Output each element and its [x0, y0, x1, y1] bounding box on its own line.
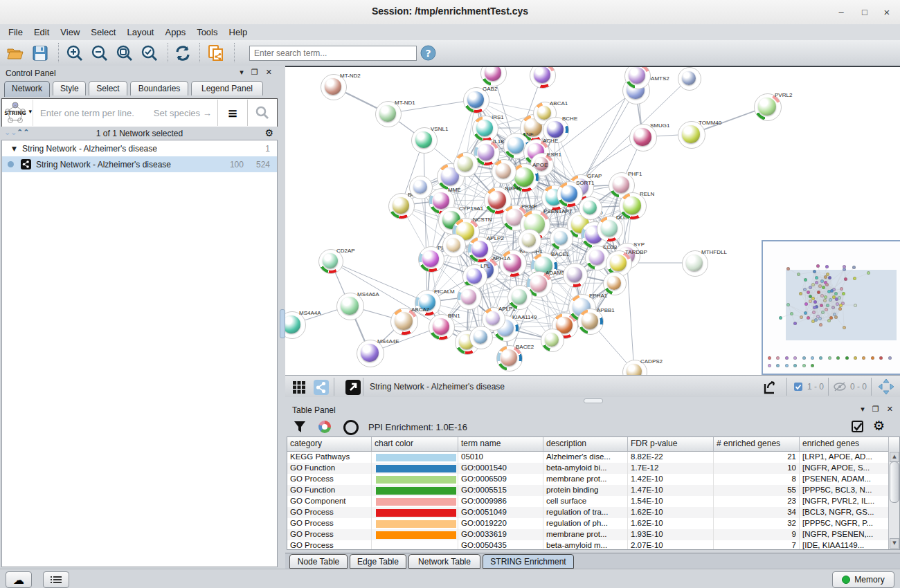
export-network-button[interactable] — [759, 376, 781, 398]
gear-icon[interactable]: ⚙ — [264, 127, 273, 138]
column-header-chart-color[interactable]: chart color — [372, 437, 458, 451]
network-node-cd2ap[interactable] — [323, 253, 338, 268]
query-options-button[interactable]: ≡ — [217, 100, 247, 126]
network-node-tnf[interactable] — [507, 137, 524, 154]
filter-icon[interactable] — [294, 421, 306, 433]
network-node[interactable] — [447, 238, 460, 252]
minimize-button[interactable]: – — [831, 6, 852, 19]
species-hint[interactable]: Set species → — [154, 108, 217, 118]
menu-tools[interactable]: Tools — [191, 24, 223, 39]
network-node-tomm40[interactable] — [682, 125, 700, 143]
panel-close-icon[interactable]: ✕ — [887, 405, 896, 414]
column-header--enriched-genes[interactable]: # enriched genes — [714, 437, 800, 451]
network-node[interactable] — [607, 276, 621, 290]
pan-compass-icon[interactable] — [878, 378, 894, 395]
network-node-mt-nd1[interactable] — [379, 105, 396, 122]
network-node[interactable] — [496, 163, 511, 178]
tab-network-table[interactable]: Network Table — [408, 554, 480, 569]
network-node[interactable] — [583, 201, 597, 214]
search-input[interactable] — [249, 46, 417, 61]
network-node-sort1[interactable] — [561, 185, 577, 202]
network-node[interactable] — [629, 67, 645, 84]
menu-edit[interactable]: Edit — [28, 24, 55, 39]
zoom-in-button[interactable] — [64, 42, 86, 64]
network-node-reln[interactable] — [623, 196, 641, 214]
network-node[interactable] — [534, 66, 550, 83]
table-row[interactable]: GO ComponentGO:0009986cell surface1.54E-… — [287, 496, 899, 507]
select-all-checkbox-icon[interactable] — [852, 421, 864, 433]
gear-icon[interactable]: ⚙ — [873, 418, 885, 433]
network-node[interactable] — [522, 233, 536, 247]
menu-help[interactable]: Help — [224, 24, 253, 39]
tab-node-table[interactable]: Node Table — [289, 554, 348, 569]
expander-icon[interactable]: ▼ — [12, 145, 17, 152]
tab-edge-table[interactable]: Edge Table — [350, 554, 406, 569]
network-node[interactable] — [512, 289, 527, 304]
enrichment-table[interactable]: categorychart colorterm namedescriptionF… — [287, 437, 900, 550]
column-header-category[interactable]: category — [287, 437, 372, 451]
tab-legend-panel[interactable]: Legend Panel — [191, 81, 263, 95]
save-session-button[interactable] — [29, 42, 51, 64]
network-node-abca1[interactable] — [537, 106, 551, 120]
maximize-button[interactable]: □ — [854, 6, 875, 19]
scroll-down-icon[interactable]: ▼ — [890, 538, 899, 549]
scroll-thumb[interactable] — [890, 461, 899, 503]
network-node-bace2[interactable] — [501, 349, 517, 366]
menu-layout[interactable]: Layout — [121, 24, 159, 39]
table-row[interactable]: GO FunctionGO:0005515protein binding1.47… — [287, 485, 899, 496]
table-scrollbar[interactable]: ▲ ▼ — [888, 451, 899, 549]
network-node-abca7[interactable] — [395, 312, 413, 330]
query-placeholder[interactable]: Enter one term per line. — [40, 108, 134, 118]
splitter-grip[interactable] — [584, 398, 603, 403]
panel-float-icon[interactable]: ❐ — [872, 405, 882, 414]
zoom-selected-button[interactable] — [138, 42, 161, 64]
network-navigator[interactable] — [762, 240, 900, 375]
network-node-smug1[interactable] — [633, 128, 651, 146]
scroll-up-icon[interactable]: ▲ — [890, 452, 899, 462]
column-header-FDR-p-value[interactable]: FDR p-value — [628, 437, 714, 451]
ring-icon[interactable] — [343, 420, 359, 435]
network-node[interactable] — [554, 231, 568, 245]
cloud-tasks-button[interactable]: ☁ — [6, 571, 32, 588]
network-node-pvrl2[interactable] — [758, 98, 776, 116]
menu-view[interactable]: View — [55, 24, 85, 39]
column-header-enriched-genes[interactable]: enriched genes — [800, 437, 889, 451]
tab-string-enrichment[interactable]: STRING Enrichment — [483, 554, 574, 569]
zoom-fit-button[interactable] — [114, 42, 136, 64]
horizontal-splitter[interactable] — [285, 397, 900, 403]
tab-style[interactable]: Style — [53, 81, 86, 95]
network-node-ms4a6a[interactable] — [341, 297, 359, 315]
table-row[interactable]: GO ProcessGO:0006509membrane prot...1.42… — [287, 474, 899, 485]
help-button[interactable]: ? — [417, 42, 439, 64]
network-node-aplp2[interactable] — [471, 241, 488, 257]
network-node-ngfr[interactable] — [488, 191, 506, 209]
close-button[interactable]: × — [876, 6, 897, 19]
column-header-term-name[interactable]: term name — [458, 437, 543, 451]
table-row[interactable]: GO ProcessGO:0050435beta-amyloid m...2.0… — [287, 540, 899, 550]
network-node-ppp5c[interactable] — [422, 250, 439, 267]
tab-select[interactable]: Select — [89, 81, 127, 95]
network-node-apbb1[interactable] — [582, 313, 598, 329]
column-header-description[interactable]: description — [543, 437, 628, 451]
network-node-phf1[interactable] — [613, 176, 629, 193]
network-node-dlg4[interactable] — [601, 220, 618, 237]
network-node-bcl3[interactable] — [393, 197, 409, 214]
network-node-bche[interactable] — [547, 121, 564, 138]
network-node-bin1[interactable] — [433, 318, 449, 335]
network-node-mt-nd2[interactable] — [325, 78, 341, 95]
task-history-button[interactable] — [43, 571, 69, 588]
network-node-mme[interactable] — [433, 192, 449, 209]
splitter-grip[interactable] — [280, 309, 285, 338]
string-query-box[interactable]: STRING ▾ Enter one term per line. Set sp… — [1, 98, 278, 127]
panel-menu-icon[interactable]: ▾ — [240, 68, 246, 77]
grid-view-button[interactable] — [288, 376, 310, 398]
tab-network[interactable]: Network — [4, 81, 50, 97]
panel-menu-icon[interactable]: ▾ — [861, 405, 867, 414]
open-session-button[interactable] — [4, 42, 26, 64]
network-node[interactable] — [545, 333, 559, 347]
zoom-out-button[interactable] — [89, 42, 111, 64]
vertical-splitter[interactable] — [279, 66, 285, 569]
network-node[interactable] — [413, 180, 427, 194]
menu-file[interactable]: File — [3, 24, 28, 39]
network-node[interactable] — [474, 330, 487, 344]
